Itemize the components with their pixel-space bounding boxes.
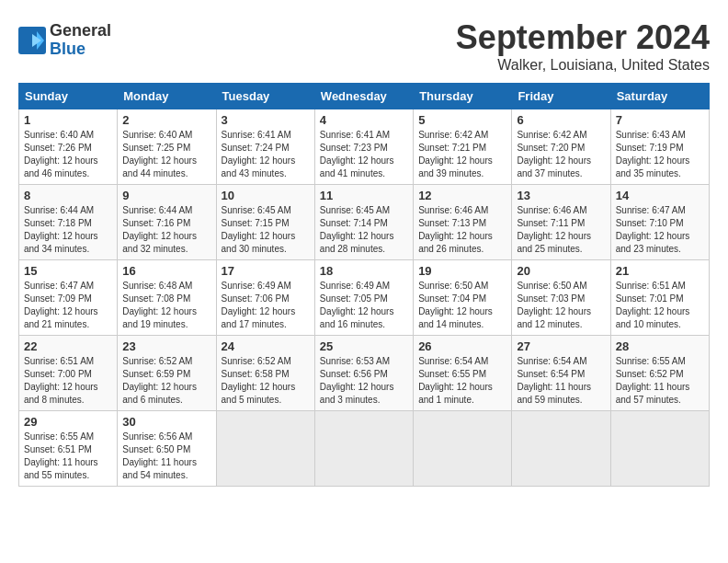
table-row: 29Sunrise: 6:55 AMSunset: 6:51 PMDayligh… bbox=[19, 411, 118, 487]
table-row: 16Sunrise: 6:48 AMSunset: 7:08 PMDayligh… bbox=[118, 260, 216, 336]
table-row: 24Sunrise: 6:52 AMSunset: 6:58 PMDayligh… bbox=[216, 336, 314, 411]
table-row bbox=[414, 411, 512, 487]
col-tuesday: Tuesday bbox=[216, 84, 314, 109]
col-thursday: Thursday bbox=[414, 84, 512, 109]
table-row: 30Sunrise: 6:56 AMSunset: 6:50 PMDayligh… bbox=[118, 411, 216, 487]
table-row bbox=[216, 411, 314, 487]
table-row: 18Sunrise: 6:49 AMSunset: 7:05 PMDayligh… bbox=[314, 260, 413, 336]
table-row: 10Sunrise: 6:45 AMSunset: 7:15 PMDayligh… bbox=[216, 185, 314, 260]
table-row: 3Sunrise: 6:41 AMSunset: 7:24 PMDaylight… bbox=[216, 109, 314, 185]
page-header: General Blue September 2024 Walker, Loui… bbox=[18, 18, 710, 74]
table-row: 19Sunrise: 6:50 AMSunset: 7:04 PMDayligh… bbox=[414, 260, 512, 336]
table-row: 11Sunrise: 6:45 AMSunset: 7:14 PMDayligh… bbox=[314, 185, 413, 260]
month-title: September 2024 bbox=[456, 18, 710, 57]
table-row: 13Sunrise: 6:46 AMSunset: 7:11 PMDayligh… bbox=[512, 185, 610, 260]
table-row: 14Sunrise: 6:47 AMSunset: 7:10 PMDayligh… bbox=[610, 185, 709, 260]
table-row: 2Sunrise: 6:40 AMSunset: 7:25 PMDaylight… bbox=[118, 109, 216, 185]
col-saturday: Saturday bbox=[610, 84, 709, 109]
table-row: 8Sunrise: 6:44 AMSunset: 7:18 PMDaylight… bbox=[19, 185, 118, 260]
table-row: 4Sunrise: 6:41 AMSunset: 7:23 PMDaylight… bbox=[314, 109, 413, 185]
table-row: 12Sunrise: 6:46 AMSunset: 7:13 PMDayligh… bbox=[414, 185, 512, 260]
table-row bbox=[314, 411, 413, 487]
calendar-row: 8Sunrise: 6:44 AMSunset: 7:18 PMDaylight… bbox=[19, 185, 710, 260]
table-row: 1Sunrise: 6:40 AMSunset: 7:26 PMDaylight… bbox=[19, 109, 118, 185]
table-row: 6Sunrise: 6:42 AMSunset: 7:20 PMDaylight… bbox=[512, 109, 610, 185]
table-row: 15Sunrise: 6:47 AMSunset: 7:09 PMDayligh… bbox=[19, 260, 118, 336]
table-row bbox=[512, 411, 610, 487]
calendar-row: 15Sunrise: 6:47 AMSunset: 7:09 PMDayligh… bbox=[19, 260, 710, 336]
calendar-row: 22Sunrise: 6:51 AMSunset: 7:00 PMDayligh… bbox=[19, 336, 710, 411]
calendar-row: 1Sunrise: 6:40 AMSunset: 7:26 PMDaylight… bbox=[19, 109, 710, 185]
table-row: 9Sunrise: 6:44 AMSunset: 7:16 PMDaylight… bbox=[118, 185, 216, 260]
table-row: 26Sunrise: 6:54 AMSunset: 6:55 PMDayligh… bbox=[414, 336, 512, 411]
table-row: 21Sunrise: 6:51 AMSunset: 7:01 PMDayligh… bbox=[610, 260, 709, 336]
col-monday: Monday bbox=[118, 84, 216, 109]
col-wednesday: Wednesday bbox=[314, 84, 413, 109]
location-title: Walker, Louisiana, United States bbox=[456, 57, 710, 74]
calendar-table: Sunday Monday Tuesday Wednesday Thursday… bbox=[18, 83, 710, 487]
table-row: 7Sunrise: 6:43 AMSunset: 7:19 PMDaylight… bbox=[610, 109, 709, 185]
table-row: 20Sunrise: 6:50 AMSunset: 7:03 PMDayligh… bbox=[512, 260, 610, 336]
logo-line2: Blue bbox=[50, 40, 111, 59]
table-row bbox=[610, 411, 709, 487]
col-sunday: Sunday bbox=[19, 84, 118, 109]
table-row: 28Sunrise: 6:55 AMSunset: 6:52 PMDayligh… bbox=[610, 336, 709, 411]
table-row: 27Sunrise: 6:54 AMSunset: 6:54 PMDayligh… bbox=[512, 336, 610, 411]
table-row: 5Sunrise: 6:42 AMSunset: 7:21 PMDaylight… bbox=[414, 109, 512, 185]
table-row: 25Sunrise: 6:53 AMSunset: 6:56 PMDayligh… bbox=[314, 336, 413, 411]
table-row: 22Sunrise: 6:51 AMSunset: 7:00 PMDayligh… bbox=[19, 336, 118, 411]
table-row: 17Sunrise: 6:49 AMSunset: 7:06 PMDayligh… bbox=[216, 260, 314, 336]
title-area: September 2024 Walker, Louisiana, United… bbox=[456, 18, 710, 74]
logo: General Blue bbox=[18, 22, 111, 59]
calendar-row: 29Sunrise: 6:55 AMSunset: 6:51 PMDayligh… bbox=[19, 411, 710, 487]
logo-line1: General bbox=[50, 22, 111, 40]
header-row: Sunday Monday Tuesday Wednesday Thursday… bbox=[19, 84, 710, 109]
col-friday: Friday bbox=[512, 84, 610, 109]
table-row: 23Sunrise: 6:52 AMSunset: 6:59 PMDayligh… bbox=[118, 336, 216, 411]
